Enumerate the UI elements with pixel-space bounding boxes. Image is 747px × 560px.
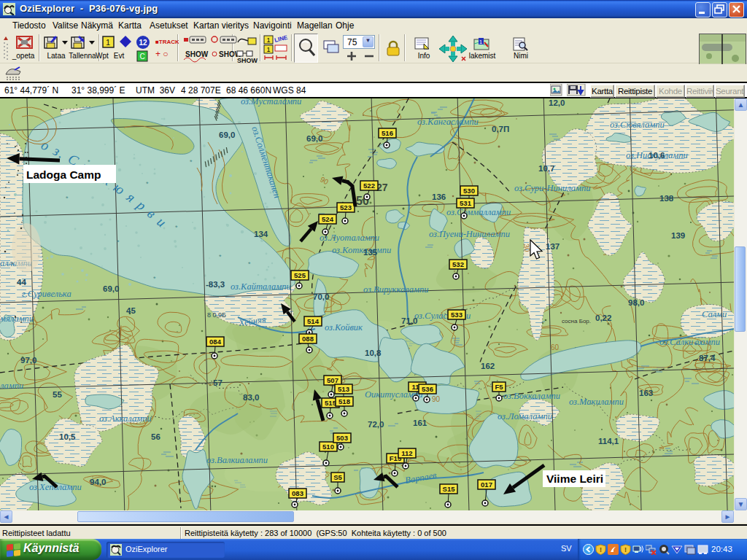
- svg-text:531: 531: [460, 199, 472, 207]
- svg-text:10,6: 10,6: [649, 151, 665, 160]
- svg-text:94,0: 94,0: [90, 478, 106, 486]
- svg-text:524: 524: [322, 215, 334, 223]
- svg-text:оз.Кангаслампи: оз.Кангаслампи: [417, 117, 479, 127]
- svg-text:10,5: 10,5: [59, 432, 76, 441]
- svg-text:Салми: Салми: [702, 309, 727, 319]
- svg-text:533: 533: [451, 311, 462, 319]
- svg-text:S5: S5: [333, 473, 342, 481]
- svg-text:97,0: 97,0: [20, 356, 36, 365]
- svg-text:*: *: [219, 253, 222, 260]
- svg-text:*: *: [117, 238, 120, 246]
- svg-text:г.Суривелька: г.Суривелька: [22, 289, 71, 299]
- svg-text:оз.Ломалампи: оз.Ломалампи: [498, 411, 552, 421]
- svg-text:10,7: 10,7: [538, 164, 554, 173]
- svg-text:114,1: 114,1: [598, 437, 619, 446]
- svg-text:518: 518: [338, 397, 350, 405]
- svg-text:*: *: [190, 158, 193, 166]
- svg-text:оз.Аккалампи: оз.Аккалампи: [99, 413, 152, 424]
- svg-text:+ ○: + ○: [155, 49, 169, 59]
- svg-text:134: 134: [254, 230, 268, 238]
- svg-text:оз.Салкиலампи: оз.Салкиலампи: [659, 337, 720, 347]
- svg-text:оз.Пуени-Нинилампи: оз.Пуени-Нинилампи: [429, 229, 510, 239]
- svg-text:55: 55: [53, 390, 62, 399]
- svg-text:72,0: 72,0: [368, 420, 384, 429]
- svg-text:■TRACK: ■TRACK: [155, 39, 179, 45]
- svg-text:516: 516: [382, 129, 393, 137]
- svg-text:!: !: [624, 546, 627, 553]
- svg-text:оз.Макилампи: оз.Макилампи: [569, 397, 624, 407]
- svg-text:83,0: 83,0: [243, 393, 259, 402]
- svg-text:*: *: [248, 260, 251, 268]
- svg-text:Ladoga Camp: Ladoga Camp: [26, 168, 101, 181]
- svg-text:112: 112: [401, 449, 412, 457]
- svg-text:088: 088: [302, 335, 314, 343]
- svg-text:SHOW: SHOW: [237, 57, 258, 63]
- svg-text:083: 083: [292, 489, 303, 497]
- svg-text:515: 515: [325, 399, 337, 407]
- svg-text:69,0: 69,0: [306, 134, 322, 143]
- svg-text:оз.Сювялампи: оз.Сювялампи: [610, 120, 665, 130]
- svg-text:Viime Leiri: Viime Leiri: [546, 472, 603, 485]
- svg-text:12,0: 12,0: [549, 98, 565, 107]
- svg-text:138: 138: [659, 194, 674, 203]
- svg-text:мялампи: мялампи: [0, 314, 34, 324]
- svg-text:оз.Коткалампи: оз.Коткалампи: [332, 245, 391, 255]
- svg-text:98,0: 98,0: [628, 298, 644, 307]
- svg-text:-83,3: -83,3: [206, 280, 225, 289]
- svg-text:017: 017: [481, 481, 492, 489]
- svg-text:лампи: лампи: [0, 381, 23, 391]
- svg-text:C: C: [139, 52, 144, 61]
- svg-text:*: *: [175, 224, 178, 231]
- svg-text:оз.Валкиалампи: оз.Валкиалампи: [206, 455, 268, 465]
- svg-text:69,0: 69,0: [103, 284, 119, 293]
- svg-text:57: 57: [213, 378, 222, 387]
- svg-text:сосна Бор.: сосна Бор.: [562, 318, 591, 324]
- svg-text:70,0: 70,0: [313, 292, 329, 301]
- svg-text:90: 90: [432, 395, 441, 403]
- svg-text:532: 532: [452, 260, 464, 268]
- svg-text:136: 136: [432, 192, 446, 201]
- svg-text:12: 12: [139, 39, 147, 47]
- svg-text:530: 530: [463, 187, 475, 195]
- svg-text:1: 1: [266, 46, 270, 53]
- svg-text:*: *: [88, 158, 90, 166]
- svg-text:*: *: [146, 180, 149, 187]
- svg-text:71,0: 71,0: [401, 316, 417, 325]
- svg-text:87,4: 87,4: [699, 354, 716, 362]
- svg-text:44: 44: [17, 278, 26, 287]
- svg-text:0,22: 0,22: [595, 314, 611, 322]
- svg-text:LINE: LINE: [274, 34, 289, 44]
- svg-text:084: 084: [209, 338, 222, 346]
- svg-text:522: 522: [363, 182, 375, 190]
- svg-text:507: 507: [327, 376, 338, 384]
- svg-text:оз.Воккалампи: оз.Воккалампи: [503, 391, 560, 401]
- svg-text:0,7П: 0,7П: [492, 125, 509, 133]
- svg-text:536: 536: [422, 385, 433, 393]
- svg-text:162: 162: [481, 362, 495, 370]
- svg-text:513: 513: [338, 385, 349, 393]
- svg-text:514: 514: [307, 317, 320, 325]
- svg-text:1: 1: [106, 38, 110, 47]
- svg-text:оз.Мусталампи: оз.Мусталампи: [241, 98, 301, 106]
- svg-text:45: 45: [126, 306, 136, 315]
- svg-text:оз.Сури-Нинилампи: оз.Сури-Нинилампи: [514, 183, 591, 193]
- svg-text:163: 163: [639, 389, 653, 397]
- svg-text:69,0: 69,0: [219, 131, 235, 139]
- svg-text:SHOW: SHOW: [185, 50, 209, 58]
- svg-text:оз.Вируккалампи: оз.Вируккалампи: [363, 284, 429, 295]
- svg-text:8 0,9Б: 8 0,9Б: [207, 311, 226, 319]
- svg-text:*: *: [66, 195, 69, 202]
- svg-text:оз.Луоталампи: оз.Луоталампи: [320, 233, 379, 243]
- svg-text:1: 1: [266, 36, 270, 44]
- svg-text:оз.Соммаллампи: оз.Соммаллампи: [446, 207, 511, 217]
- svg-text:56: 56: [151, 432, 160, 441]
- svg-text:F5: F5: [495, 383, 503, 391]
- svg-text:60: 60: [551, 343, 560, 351]
- svg-text:503: 503: [336, 434, 348, 442]
- svg-text:10,8: 10,8: [365, 349, 382, 357]
- svg-text:S15: S15: [443, 485, 456, 493]
- svg-text:510: 510: [322, 443, 334, 451]
- svg-text:523: 523: [340, 203, 352, 211]
- svg-text:139: 139: [671, 231, 685, 240]
- svg-text:!: !: [600, 546, 602, 553]
